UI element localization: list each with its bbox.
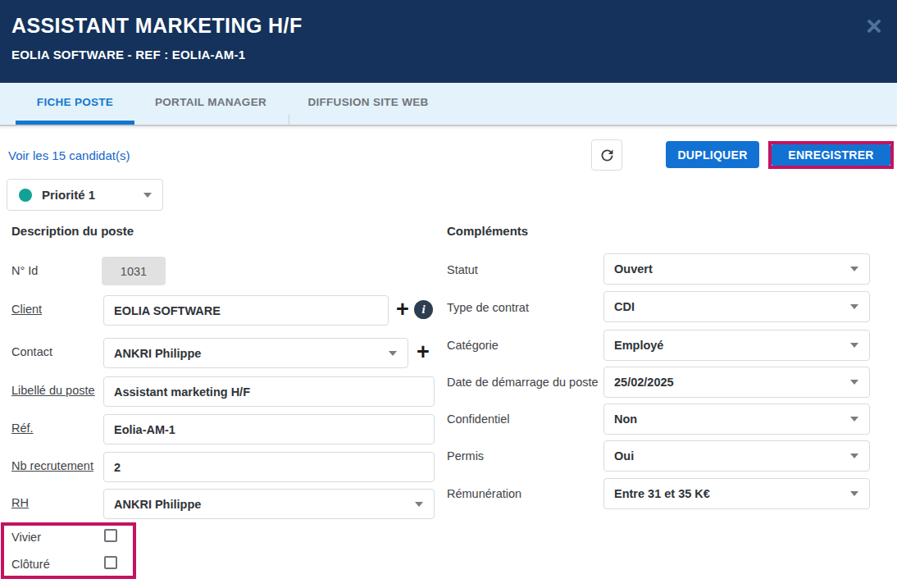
cloture-checkbox[interactable] [104,556,117,569]
confidentiel-select[interactable]: Non [603,403,870,435]
field-label-permis: Permis [447,449,484,463]
nb-recrutement-field[interactable]: 2 [103,452,435,482]
chevron-down-icon [850,343,858,348]
permis-select[interactable]: Oui [603,440,870,472]
page-subtitle: EOLIA SOFTWARE - REF : EOLIA-AM-1 [11,48,245,62]
vivier-checkbox[interactable] [104,529,117,542]
priority-dot-icon [19,189,32,202]
refresh-icon [599,147,616,164]
date-demarrage-select[interactable]: 25/02/2025 [603,367,870,398]
field-label-cloture: Clôturé [11,558,50,571]
statut-value: Ouvert [614,262,653,276]
field-label-statut: Statut [447,263,478,276]
close-icon[interactable]: × [859,11,889,41]
type-contrat-value: CDI [614,300,635,313]
section-title-complements: Compléments [447,224,528,238]
field-label-categorie: Catégorie [447,339,499,352]
client-info-icon[interactable]: i [414,300,433,319]
priority-value: Priorité 1 [42,188,95,202]
contact-select[interactable]: ANKRI Philippe [103,338,408,368]
libelle-field[interactable]: Assistant marketing H/F [103,376,435,407]
duplicate-button[interactable]: DUPLIQUER [666,141,759,168]
field-label-client[interactable]: Client [11,303,42,316]
confidentiel-value: Non [614,413,637,426]
add-client-icon[interactable]: + [394,300,412,320]
remuneration-select[interactable]: Entre 31 et 35 K€ [603,478,870,509]
save-button-highlight: ENREGISTRER [768,141,894,169]
field-label-contact: Contact [11,345,52,358]
type-contrat-select[interactable]: CDI [603,291,870,322]
field-label-libelle[interactable]: Libellé du poste [11,384,95,397]
chevron-down-icon [143,193,152,198]
date-demarrage-value: 25/02/2025 [614,376,674,389]
field-label-type-contrat: Type de contrat [447,301,529,314]
refresh-button[interactable] [591,139,622,171]
field-label-vivier: Vivier [11,531,41,544]
field-label-id: N° Id [11,264,38,277]
field-label-rh[interactable]: RH [11,496,29,509]
rh-value: ANKRI Philippe [114,498,201,511]
page-title: ASSISTANT MARKETING H/F [11,14,303,38]
tabbar-bottom-border [0,125,897,126]
priority-select[interactable]: Priorité 1 [7,179,163,211]
rh-select[interactable]: ANKRI Philippe [103,489,435,519]
chevron-down-icon [415,502,423,507]
categorie-select[interactable]: Employé [603,330,870,361]
field-label-remuneration: Rémunération [447,487,521,500]
candidates-link[interactable]: Voir les 15 candidat(s) [8,148,130,162]
field-label-confidentiel: Confidentiel [447,413,510,426]
add-contact-icon[interactable]: + [414,343,432,362]
ref-field[interactable]: Eolia-AM-1 [103,414,435,444]
chevron-down-icon [850,454,858,458]
categorie-value: Employé [614,339,663,352]
tab-fiche-poste[interactable]: FICHE POSTE [16,83,134,121]
client-field[interactable]: EOLIA SOFTWARE [103,295,389,326]
id-field: 1031 [102,257,166,285]
chevron-down-icon [850,267,858,271]
field-label-date-demarrage: Date de démarrage du poste [447,376,599,389]
field-label-nb-recrutement[interactable]: Nb recrutement [11,459,93,472]
remuneration-value: Entre 31 et 35 K€ [614,487,710,500]
save-button[interactable]: ENREGISTRER [772,144,890,166]
chevron-down-icon [850,491,858,496]
chevron-down-icon [389,351,397,356]
modal-header: ASSISTANT MARKETING H/F EOLIA SOFTWARE -… [0,0,897,83]
statut-select[interactable]: Ouvert [603,253,870,285]
chevron-down-icon [850,417,858,422]
field-label-ref[interactable]: Réf. [11,422,34,435]
tab-separator [289,114,289,125]
tab-portail-manager[interactable]: PORTAIL MANAGER [134,83,288,121]
permis-value: Oui [614,449,634,463]
tab-diffusion-site-web[interactable]: DIFFUSION SITE WEB [289,83,448,121]
section-title-description: Description du poste [11,224,134,238]
chevron-down-icon [850,304,858,309]
contact-value: ANKRI Philippe [114,347,201,360]
chevron-down-icon [850,380,858,385]
